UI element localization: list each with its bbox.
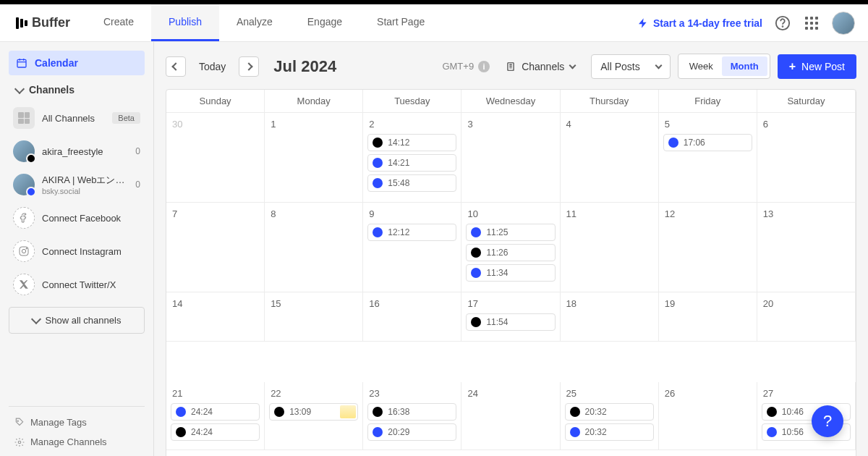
threads-icon <box>570 407 580 417</box>
help-fab[interactable]: ? <box>812 405 843 437</box>
toggle-month[interactable]: Month <box>722 56 767 76</box>
channel-sub: bsky.social <box>42 187 128 195</box>
calendar-cell[interactable]: 11 <box>561 203 659 292</box>
posts-filter[interactable]: All Posts <box>591 54 670 79</box>
calendar-cell[interactable]: 12 <box>659 203 757 292</box>
calendar-cell[interactable]: 2213:09 <box>265 382 363 450</box>
calendar-cell[interactable]: 2520:3220:32 <box>561 382 659 450</box>
nav-item-start-page[interactable]: Start Page <box>359 4 442 41</box>
calendar-event[interactable]: 11:25 <box>466 224 555 241</box>
calendar-event[interactable]: 20:32 <box>565 403 654 421</box>
next-month-button[interactable] <box>239 56 259 77</box>
day-number: 10 <box>466 207 555 221</box>
channel-item[interactable]: AKIRA | Webエンジ…bsky.social 0 <box>9 168 145 201</box>
calendar-event[interactable]: 12:12 <box>367 224 456 241</box>
threads-icon <box>373 407 383 417</box>
calendar-event[interactable]: 15:48 <box>367 174 456 192</box>
calendar-cell[interactable]: 1011:2511:2611:34 <box>461 203 560 292</box>
calendar-cell[interactable]: 18 <box>561 292 659 342</box>
prev-month-button[interactable] <box>166 56 186 77</box>
calendar-cell[interactable]: 16 <box>363 292 461 342</box>
day-number: 13 <box>762 207 851 221</box>
day-of-week-header: Sunday <box>166 90 265 113</box>
calendar-event[interactable]: 13:09 <box>269 403 358 421</box>
calendar-event[interactable]: 20:29 <box>367 423 456 441</box>
sidebar-item-calendar[interactable]: Calendar <box>9 51 145 75</box>
sidebar-item-all-channels[interactable]: All Channels Beta <box>9 101 145 135</box>
calendar-cell[interactable]: 8 <box>265 203 363 292</box>
calendar-cell[interactable]: 30 <box>166 113 265 203</box>
calendar-cell[interactable]: 13 <box>757 203 856 292</box>
sidebar-section-channels[interactable]: Channels <box>9 75 145 101</box>
calendar-event[interactable]: 14:12 <box>367 134 456 151</box>
calendar-cell[interactable]: 3 <box>461 113 560 203</box>
calendar-cell[interactable]: 912:12 <box>363 203 461 292</box>
calendar-cell[interactable]: 24 <box>461 382 560 450</box>
day-number: 7 <box>171 207 260 221</box>
calendar-event[interactable]: 11:26 <box>466 244 555 261</box>
channel-avatar <box>13 174 35 195</box>
channel-name: akira_freestyle <box>42 146 128 157</box>
calendar-cell[interactable]: 7 <box>166 203 265 292</box>
day-number: 2 <box>367 117 456 131</box>
calendar-event[interactable]: 20:32 <box>565 423 654 441</box>
calendar-cell[interactable]: 517:06 <box>659 113 757 203</box>
bsky-icon <box>570 427 580 437</box>
gear-icon <box>14 437 25 447</box>
calendar-cell[interactable]: 26 <box>659 382 757 450</box>
calendar-event[interactable]: 11:34 <box>466 264 555 282</box>
calendar-cell[interactable]: 1711:54 <box>461 292 560 342</box>
day-number: 11 <box>565 207 654 221</box>
info-icon[interactable]: i <box>478 61 490 72</box>
nav-item-analyze[interactable]: Analyze <box>219 4 290 41</box>
user-avatar[interactable] <box>832 12 855 35</box>
manage-tags-link[interactable]: Manage Tags <box>9 413 145 432</box>
timezone-label: GMT+9 i <box>442 61 490 72</box>
calendar-event[interactable]: 14:21 <box>367 154 456 172</box>
svg-point-4 <box>22 249 25 253</box>
threads-icon <box>471 317 481 327</box>
calendar-cell[interactable]: 6 <box>757 113 856 203</box>
svg-point-5 <box>26 248 27 249</box>
buffer-logo[interactable]: Buffer <box>0 15 86 30</box>
event-time: 14:12 <box>388 138 409 148</box>
calendar-cell[interactable]: 4 <box>561 113 659 203</box>
calendar-cell[interactable]: 1 <box>265 113 363 203</box>
bsky-icon <box>373 158 383 168</box>
connect-channel-item[interactable]: Connect Facebook <box>9 201 145 235</box>
all-channels-icon <box>13 107 35 129</box>
calendar-cell[interactable]: 2316:3820:29 <box>363 382 461 450</box>
nav-item-publish[interactable]: Publish <box>151 4 219 41</box>
nav-item-create[interactable]: Create <box>86 4 151 41</box>
day-number: 3 <box>466 117 555 131</box>
calendar-cell[interactable]: 15 <box>265 292 363 342</box>
apps-icon[interactable] <box>803 14 820 32</box>
start-trial-link[interactable]: Start a 14-day free trial <box>637 17 762 29</box>
channel-item[interactable]: akira_freestyle 0 <box>9 135 145 168</box>
new-post-button[interactable]: + New Post <box>778 54 856 79</box>
calendar-event[interactable]: 24:24 <box>171 423 260 441</box>
day-number: 17 <box>466 297 555 311</box>
nav-item-engage[interactable]: Engage <box>290 4 359 41</box>
help-icon[interactable] <box>774 14 791 32</box>
calendar-cell[interactable]: 2124:2424:24 <box>166 382 265 450</box>
connect-label: Connect Facebook <box>42 213 140 224</box>
calendar-event[interactable]: 17:06 <box>663 134 752 151</box>
manage-channels-link[interactable]: Manage Channels <box>9 432 145 452</box>
calendar-cell[interactable]: 14 <box>166 292 265 342</box>
calendar-cell[interactable]: 214:1214:2115:48 <box>363 113 461 203</box>
event-time: 13:09 <box>289 407 311 417</box>
calendar-cell[interactable]: 20 <box>757 292 856 342</box>
calendar-event[interactable]: 11:54 <box>466 313 555 331</box>
toggle-week[interactable]: Week <box>681 56 722 76</box>
day-number: 15 <box>269 297 358 311</box>
connect-channel-item[interactable]: Connect Instagram <box>9 235 145 268</box>
connect-channel-item[interactable]: Connect Twitter/X <box>9 268 145 301</box>
event-time: 11:26 <box>486 248 508 258</box>
show-all-channels-button[interactable]: Show all channels <box>9 307 145 334</box>
channels-filter[interactable]: Channels <box>497 55 584 78</box>
calendar-event[interactable]: 16:38 <box>367 403 456 421</box>
calendar-cell[interactable]: 19 <box>659 292 757 342</box>
today-button[interactable]: Today <box>195 61 230 72</box>
calendar-event[interactable]: 24:24 <box>171 403 260 421</box>
